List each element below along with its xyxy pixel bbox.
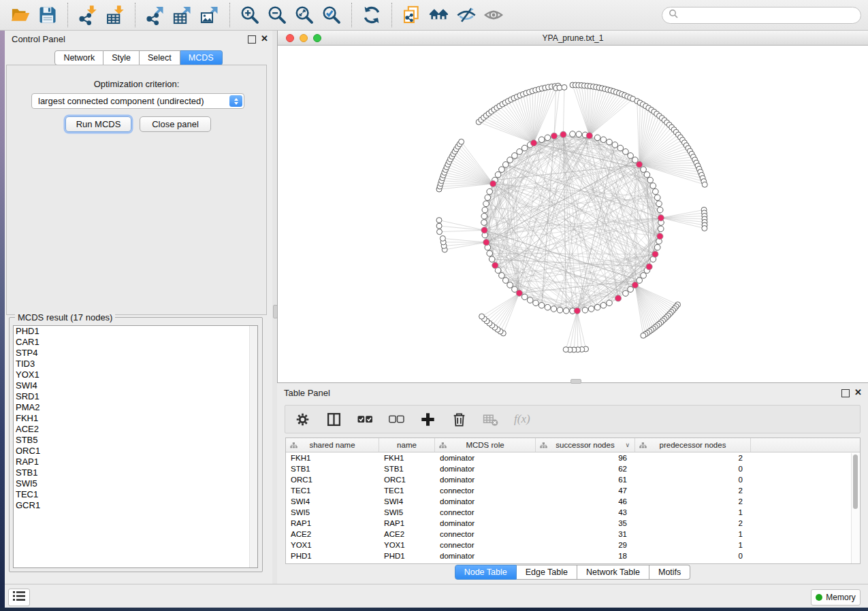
zoom-selected-icon[interactable] <box>319 3 344 27</box>
table-row[interactable]: TEC1TEC1connector472 <box>286 485 860 496</box>
cell-shared-name[interactable]: RAP1 <box>286 519 379 527</box>
cell-predecessor-nodes[interactable]: 2 <box>635 519 751 527</box>
cell-successor-nodes[interactable]: 96 <box>536 454 635 462</box>
export-network-icon[interactable] <box>143 3 167 27</box>
first-neighbors-icon[interactable] <box>427 3 451 27</box>
cell-predecessor-nodes[interactable]: 1 <box>635 541 751 549</box>
mcds-result-item[interactable]: STP4 <box>14 348 257 359</box>
table-scrollbar-thumb[interactable] <box>853 455 858 509</box>
cell-MCDS-role[interactable]: connector <box>435 541 536 549</box>
cell-MCDS-role[interactable]: dominator <box>435 552 536 560</box>
tab-select[interactable]: Select <box>140 50 180 65</box>
import-network-icon[interactable] <box>76 3 100 27</box>
cell-MCDS-role[interactable]: connector <box>435 486 536 495</box>
table-row[interactable]: SWI5SWI5connector431 <box>286 507 860 518</box>
table-row[interactable]: YOX1YOX1connector291 <box>286 540 860 550</box>
export-image-icon[interactable] <box>197 3 222 27</box>
cell-MCDS-role[interactable]: dominator <box>435 519 536 527</box>
close-table-panel-icon[interactable]: ✕ <box>854 389 862 397</box>
network-canvas[interactable] <box>278 46 867 382</box>
table-row[interactable]: ORC1ORC1dominator610 <box>286 474 860 485</box>
table-row[interactable]: RAP1RAP1dominator352 <box>286 518 860 529</box>
cell-MCDS-role[interactable]: dominator <box>435 476 536 484</box>
table-row[interactable]: ACE2ACE2connector311 <box>286 529 860 540</box>
horizontal-splitter-grip[interactable] <box>570 379 581 384</box>
tab-edge-table[interactable]: Edge Table <box>517 565 577 580</box>
cell-name[interactable]: FKH1 <box>379 454 435 462</box>
mcds-result-item[interactable]: STB1 <box>14 467 257 478</box>
cell-successor-nodes[interactable]: 35 <box>536 519 635 527</box>
toggle-panels-button[interactable] <box>8 589 30 606</box>
cell-successor-nodes[interactable]: 31 <box>536 530 635 538</box>
cell-MCDS-role[interactable]: dominator <box>435 454 536 462</box>
tab-mcds[interactable]: MCDS <box>180 50 223 65</box>
hide-selected-icon[interactable] <box>454 3 479 27</box>
tab-node-table[interactable]: Node Table <box>455 565 517 580</box>
tab-motifs[interactable]: Motifs <box>649 565 690 580</box>
cell-MCDS-role[interactable]: dominator <box>435 497 536 506</box>
cell-successor-nodes[interactable]: 61 <box>536 476 635 484</box>
cell-shared-name[interactable]: ORC1 <box>286 476 379 484</box>
cell-shared-name[interactable]: FKH1 <box>286 454 379 462</box>
refresh-icon[interactable] <box>359 3 384 27</box>
cell-MCDS-role[interactable]: dominator <box>435 465 536 473</box>
table-row[interactable]: STB1STB1dominator620 <box>286 463 860 474</box>
export-table-icon[interactable] <box>170 3 195 27</box>
mcds-result-item[interactable]: STB5 <box>14 435 257 446</box>
search-input[interactable] <box>682 10 854 20</box>
cell-successor-nodes[interactable]: 62 <box>536 465 635 473</box>
cell-predecessor-nodes[interactable]: 0 <box>635 552 751 560</box>
network-graph[interactable] <box>278 46 867 382</box>
mcds-result-item[interactable]: PMA2 <box>14 402 257 413</box>
show-all-icon[interactable] <box>481 3 506 27</box>
mcds-result-item[interactable]: ORC1 <box>14 446 257 457</box>
cell-shared-name[interactable]: PHD1 <box>286 552 379 560</box>
cell-predecessor-nodes[interactable]: 2 <box>635 454 751 462</box>
mcds-result-item[interactable]: TEC1 <box>14 489 257 500</box>
table-scrollbar[interactable] <box>851 453 859 563</box>
cell-name[interactable]: STB1 <box>379 465 435 473</box>
cell-name[interactable]: SWI4 <box>379 497 435 506</box>
cell-name[interactable]: PHD1 <box>379 552 435 560</box>
mcds-result-item[interactable]: CAR1 <box>14 337 257 348</box>
memory-button[interactable]: Memory <box>811 589 861 606</box>
column-header-successor-nodes[interactable]: successor nodes∨ <box>536 438 635 452</box>
cell-name[interactable]: SWI5 <box>379 508 435 516</box>
mcds-result-list[interactable]: PHD1CAR1STP4TID3YOX1SWI4SRD1PMA2FKH1ACE2… <box>13 325 258 568</box>
cell-shared-name[interactable]: ACE2 <box>286 530 379 538</box>
zoom-fit-icon[interactable] <box>292 3 317 27</box>
import-table-icon[interactable] <box>103 3 127 27</box>
close-panel-button[interactable]: Close panel <box>140 116 211 132</box>
cell-name[interactable]: YOX1 <box>379 541 435 549</box>
mcds-result-item[interactable]: PHD1 <box>14 326 257 337</box>
close-panel-icon[interactable]: ✕ <box>261 35 268 43</box>
cell-successor-nodes[interactable]: 29 <box>536 541 635 549</box>
select-all-icon[interactable] <box>357 412 373 427</box>
cell-successor-nodes[interactable]: 43 <box>536 508 635 516</box>
cell-predecessor-nodes[interactable]: 0 <box>635 476 751 484</box>
tab-style[interactable]: Style <box>103 50 140 65</box>
column-header-predecessor-nodes[interactable]: predecessor nodes <box>635 438 751 452</box>
mcds-result-item[interactable]: GCR1 <box>14 500 257 511</box>
delete-column-icon[interactable] <box>451 412 467 427</box>
add-column-icon[interactable] <box>420 412 436 427</box>
save-icon[interactable] <box>35 3 60 27</box>
float-panel-icon[interactable] <box>248 35 256 44</box>
cell-predecessor-nodes[interactable]: 2 <box>635 486 751 495</box>
vertical-splitter[interactable] <box>272 31 277 584</box>
mcds-result-item[interactable]: SWI5 <box>14 478 257 489</box>
cell-predecessor-nodes[interactable]: 1 <box>635 530 751 538</box>
search-box[interactable] <box>662 7 861 24</box>
tab-network-table[interactable]: Network Table <box>577 565 649 580</box>
cell-predecessor-nodes[interactable]: 1 <box>635 508 751 516</box>
cell-name[interactable]: RAP1 <box>379 519 435 527</box>
cell-name[interactable]: ORC1 <box>379 476 435 484</box>
cell-shared-name[interactable]: YOX1 <box>286 541 379 549</box>
network-frame-titlebar[interactable]: YPA_prune.txt_1 <box>278 31 868 46</box>
cell-predecessor-nodes[interactable]: 0 <box>635 465 751 473</box>
mcds-result-item[interactable]: TID3 <box>14 359 257 369</box>
table-row[interactable]: SWI4SWI4dominator462 <box>286 496 860 507</box>
gear-icon[interactable] <box>295 412 310 427</box>
cell-shared-name[interactable]: STB1 <box>286 465 379 473</box>
float-table-panel-icon[interactable] <box>841 389 850 397</box>
